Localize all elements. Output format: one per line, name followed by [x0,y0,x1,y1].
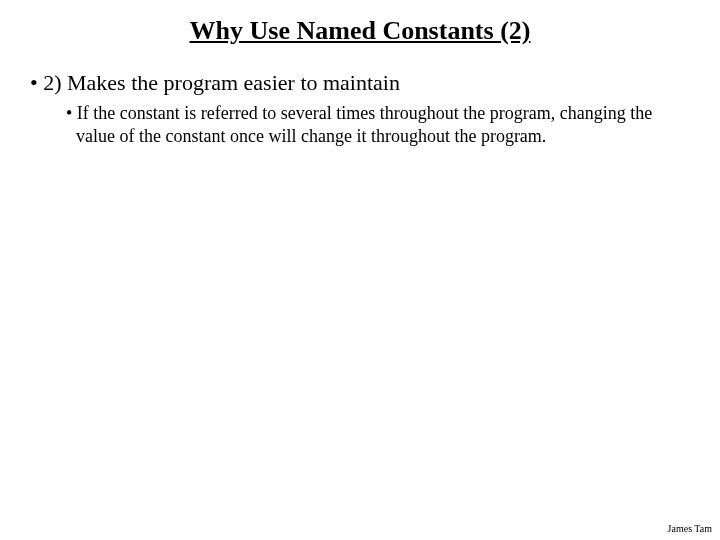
slide-title: Why Use Named Constants (2) [0,16,720,46]
bullet-level-2: • If the constant is referred to several… [0,102,720,147]
footer-author: James Tam [668,523,712,534]
slide: Why Use Named Constants (2) • 2) Makes t… [0,0,720,540]
bullet-level-1: • 2) Makes the program easier to maintai… [0,70,720,96]
